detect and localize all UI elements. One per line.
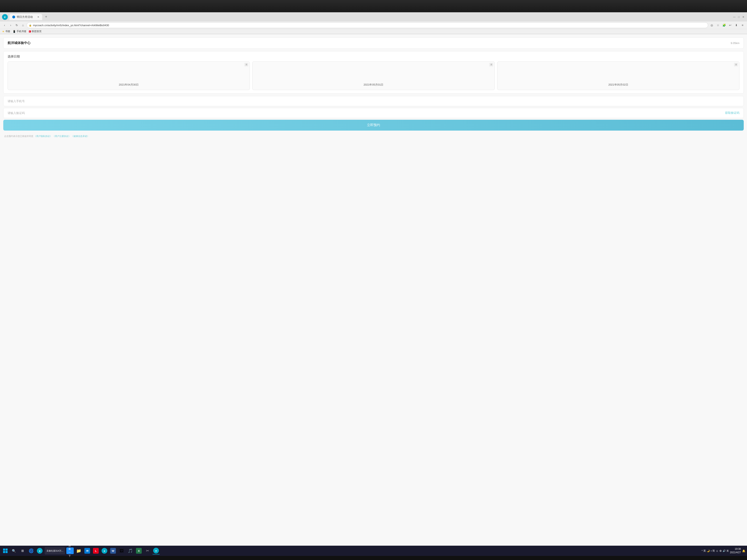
back-button[interactable]: ‹ [2,23,7,28]
date-section: 选择日期 满 2021年04月30日 满 2021年05月01日 满 2021年… [3,51,744,94]
venue-card: 航洋城体验中心 9.05km [3,37,744,49]
health-link[interactable]: 《健康信息承诺》 [71,135,89,137]
system-clock[interactable]: 19:38 2021/4/27 [730,547,741,554]
active-tab[interactable]: 明日方舟活动 ✕ [9,14,42,20]
music-icon: 🎵 [128,548,133,553]
bookmark-favorites[interactable]: ★ 书签 [2,30,10,33]
date-section-title: 选择日期 [7,55,740,58]
footer-text: 点击预约表示您已阅读并同意 [4,135,34,137]
taskbar-active-edge-button[interactable]: e [152,547,160,555]
taskbar-left: 🔍 ⊞ 🌀 e 吴春红获314万... 搜索一下 📁 ✉ [2,547,160,555]
tab-bar: 明日方舟活动 ✕ + [9,14,731,20]
maximize-button[interactable]: □ [737,15,741,19]
forward-button[interactable]: › [8,23,13,28]
menu-icon[interactable]: ≡ [740,23,745,28]
taskbar-search-button[interactable]: 🔍 [10,547,18,555]
moon-icon: 🌙 [707,549,710,552]
taskbar-lenovo-button[interactable]: L [92,547,100,555]
taskbar-scissors-button[interactable]: ✂ [144,547,151,555]
extensions-icon[interactable]: 🧩 [722,23,726,28]
taskbar-word-button[interactable]: W [109,547,117,555]
tab-favicon-icon [12,16,15,19]
tab-title: 明日方舟活动 [17,15,33,19]
date-label-1: 2021年05月01日 [364,83,384,86]
settings-icon[interactable]: ⚙ [719,549,722,553]
taskbar-search-box[interactable]: 搜索一下 [66,548,74,554]
sold-out-badge-1: 满 [489,63,493,66]
edge-icon: e [37,548,43,554]
downloads-icon[interactable]: ⬇ [734,23,739,28]
taskbar-edge-button[interactable]: e [36,547,44,555]
close-button[interactable]: ✕ [742,15,745,19]
taskbar-files-button[interactable]: 📁 [75,547,82,555]
date-card-1[interactable]: 满 2021年05月01日 [252,61,494,90]
footer-links: 点击预约表示您已阅读并同意 《用户隐私协议》 《用户注册协议》 《健康信息承诺》 [3,133,744,139]
excel-icon: X [136,548,142,554]
phone-input-section [3,96,744,106]
favorites-icon[interactable]: ☆ [716,23,720,28]
refresh-button[interactable]: ↻ [14,23,19,28]
files-icon: 📁 [76,548,81,553]
volume-icon[interactable]: 🔊 [723,549,726,552]
mail-icon: ✉ [84,548,90,554]
location-icon[interactable]: ◎ [709,23,714,28]
submit-button[interactable]: 立即预约 [3,120,744,131]
windows-logo-icon [3,549,7,553]
taskbar-edge2-button[interactable]: e [101,547,108,555]
chevron-icon[interactable]: ^ [701,550,702,552]
word-icon: W [110,548,116,554]
emoji-icon[interactable]: ☺ [716,549,718,553]
browser-navbar: ‹ › ↻ ⌂ 🔒 mycoach.cn/activity/mrfz/index… [0,22,747,29]
date-card-2[interactable]: 满 2021年05月02日 [497,61,740,90]
taskbar-news-button[interactable]: 吴春红获314万... [45,547,65,555]
taskbar-mail-button[interactable]: ✉ [83,547,91,555]
bezel-top [0,0,747,12]
windows-start-button[interactable] [2,547,9,555]
bezel-bottom [0,556,747,560]
widgets-icon: 🌀 [29,548,34,553]
task-view-button[interactable]: ⊞ [19,547,26,555]
home-button[interactable]: ⌂ [21,23,25,28]
lang-indicator[interactable]: 简 [713,549,715,553]
date-label-2: 2021年05月02日 [608,83,628,86]
search-icon: 🔍 [12,549,16,553]
nav-right-icons: ◎ ☆ 🧩 ↩ ⬇ ≡ [709,23,745,28]
address-bar[interactable]: 🔒 mycoach.cn/activity/mrfz/index_ys.html… [27,22,708,28]
notification-area: ^ 英 🌙 ● 简 ☺ ⚙ 🔊 英 [701,549,728,553]
ime-indicator[interactable]: 英 [703,549,706,553]
get-code-button[interactable]: 获取验证码 [725,111,740,115]
bookmarks-bar: ★ 书签 📱 手机书签 L 联想首页 [0,29,747,34]
clock-time: 19:38 [730,547,741,551]
date-card-0[interactable]: 满 2021年04月30日 [7,61,250,90]
venue-distance: 9.05km [730,42,740,45]
taskbar-photo-button[interactable]: 🖼 [118,547,125,555]
notification-bell-icon[interactable]: 🔔 [742,549,745,553]
taskbar-system-tray: ^ 英 🌙 ● 简 ☺ ⚙ 🔊 英 19:38 2021/4/27 🔔 [701,547,745,554]
taskbar-excel-button[interactable]: X [135,547,143,555]
taskbar-music-button[interactable]: 🎵 [127,547,134,555]
lock-icon: 🔒 [29,24,32,27]
sold-out-badge-2: 满 [734,63,738,66]
tab-close-button[interactable]: ✕ [37,16,39,19]
new-tab-button[interactable]: + [43,14,49,20]
terms-link[interactable]: 《用户注册协议》 [53,135,71,137]
scissors-icon: ✂ [146,549,149,553]
bookmark-mobile[interactable]: 📱 手机书签 [13,30,26,33]
venue-row: 航洋城体验中心 9.05km [3,38,744,49]
phone-input[interactable] [7,96,740,106]
clock-date: 2021/4/27 [730,551,741,554]
date-cards: 满 2021年04月30日 满 2021年05月01日 满 2021年05月02… [7,61,740,90]
lenovo-app-icon: L [93,548,99,554]
bookmark-lenovo[interactable]: L 联想首页 [29,30,42,33]
privacy-link[interactable]: 《用户隐私协议》 [34,135,52,137]
phone-input-row [3,96,744,106]
browser-titlebar: e 明日方舟活动 ✕ + — □ ✕ [0,12,747,22]
widgets-button[interactable]: 🌀 [27,547,35,555]
photo-icon: 🖼 [120,549,124,553]
verification-code-input[interactable] [7,108,725,118]
history-icon[interactable]: ↩ [728,23,733,28]
code-input-row: 获取验证码 [3,108,744,118]
minimize-button[interactable]: — [733,15,736,19]
sold-out-badge-0: 满 [244,63,249,66]
active-edge-icon: e [153,548,159,554]
